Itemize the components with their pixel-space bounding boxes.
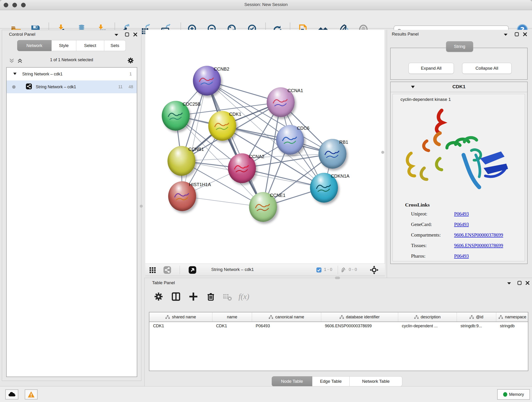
network-view-title: String Network – cdk1 bbox=[211, 267, 254, 272]
tab-style[interactable]: Style bbox=[51, 40, 76, 51]
control-panel-maximize-icon[interactable] bbox=[125, 32, 129, 38]
left-splitter-handle[interactable] bbox=[140, 205, 143, 208]
collection-expand-icon[interactable] bbox=[13, 72, 17, 77]
delete-column-icon[interactable] bbox=[206, 292, 216, 302]
table-cell[interactable]: 9606.ENSP00000378699 bbox=[321, 322, 398, 331]
collection-count: 1 bbox=[129, 72, 132, 77]
cdk1-detail-card: cyclin-dependent kinase 1 bbox=[393, 94, 525, 261]
crosslink-label: GeneCard: bbox=[411, 222, 432, 227]
network-edge[interactable] bbox=[182, 81, 207, 196]
view-string-icon[interactable] bbox=[163, 266, 171, 275]
table-options-gear-icon[interactable] bbox=[154, 292, 164, 302]
pan-crosshair-icon[interactable] bbox=[370, 266, 379, 275]
results-panel-float-icon[interactable] bbox=[503, 32, 508, 38]
collection-label: String Network – cdk1 bbox=[22, 72, 63, 77]
results-panel-close-icon[interactable] bbox=[523, 32, 527, 38]
view-grid-icon[interactable] bbox=[149, 266, 156, 274]
crosslink-label: Pharos: bbox=[411, 253, 425, 259]
table-panel-close-icon[interactable] bbox=[525, 281, 530, 286]
column-header-namespace[interactable]: namespace bbox=[496, 313, 528, 322]
protein-ribbon-art bbox=[173, 189, 191, 203]
tab-select[interactable]: Select bbox=[76, 40, 104, 51]
namespace-tree-icon bbox=[499, 315, 503, 319]
network-edge-count: 48 bbox=[128, 85, 133, 89]
control-panel-tabs: Network Style Select Sets bbox=[17, 40, 126, 51]
table-cell[interactable]: cyclin-dependent ... bbox=[398, 322, 457, 331]
namespace-tree-icon bbox=[340, 315, 344, 319]
tab-edge-table[interactable]: Edge Table bbox=[312, 376, 350, 386]
table-cell[interactable]: CDK1 bbox=[212, 322, 252, 331]
compartments-link[interactable]: 9606.ENSP00000378699 bbox=[454, 232, 503, 238]
show-columns-icon[interactable] bbox=[171, 292, 182, 302]
column-header-database-identifier[interactable]: database identifier bbox=[321, 313, 398, 322]
tissues-link[interactable]: 9606.ENSP00000378699 bbox=[454, 243, 503, 249]
tab-node-table[interactable]: Node Table bbox=[272, 376, 312, 386]
warnings-button[interactable] bbox=[25, 389, 38, 400]
column-header-shared-name[interactable]: shared name bbox=[149, 313, 212, 322]
column-header-canonical-name[interactable]: canonical name bbox=[252, 313, 321, 322]
protein-ribbon-art bbox=[323, 146, 342, 160]
column-header-description[interactable]: description bbox=[398, 313, 457, 322]
table-cell[interactable]: stringdb bbox=[496, 322, 528, 331]
table-tabs: Node Table Edge Table Network Table bbox=[272, 376, 402, 386]
warning-icon bbox=[27, 391, 35, 398]
table-panel-float-icon[interactable] bbox=[507, 281, 512, 286]
string-network-icon bbox=[26, 83, 32, 91]
protein-ribbon-art bbox=[213, 118, 232, 133]
network-edge[interactable] bbox=[207, 81, 263, 207]
control-panel-float-icon[interactable] bbox=[114, 33, 119, 38]
node-table: shared namenamecanonical namedatabase id… bbox=[149, 312, 528, 371]
table-panel: Table Panel f(x) shared namenamecano bbox=[144, 278, 532, 387]
selected-count-badge: 1 - 0 bbox=[324, 267, 332, 272]
namespace-tree-icon bbox=[269, 315, 273, 319]
pharos-link[interactable]: P06493 bbox=[454, 253, 469, 259]
namespace-tree-icon bbox=[165, 315, 170, 319]
protein-ribbon-art bbox=[233, 161, 251, 175]
results-tab-string[interactable]: String bbox=[446, 41, 473, 52]
collapse-all-button[interactable]: Collapse All bbox=[462, 63, 512, 74]
control-panel-close-icon[interactable] bbox=[133, 32, 138, 38]
cloud-status-button[interactable] bbox=[5, 389, 18, 400]
table-cell[interactable]: stringdb:9... bbox=[457, 322, 496, 331]
network-row-selected[interactable]: String Network – cdk1 11 48 bbox=[7, 80, 137, 93]
right-splitter-handle[interactable] bbox=[381, 151, 384, 154]
network-collection-row[interactable]: String Network – cdk1 1 bbox=[7, 68, 137, 80]
protein-ribbon-art bbox=[281, 132, 299, 147]
column-header--id[interactable]: @id bbox=[457, 313, 496, 322]
namespace-tree-icon bbox=[414, 315, 419, 319]
create-column-icon[interactable] bbox=[189, 292, 199, 302]
hidden-count-badge: 0 - 0 bbox=[349, 267, 357, 272]
uniprot-link[interactable]: P06493 bbox=[454, 211, 469, 217]
results-panel-maximize-icon[interactable] bbox=[515, 32, 519, 38]
table-cell[interactable]: CDK1 bbox=[149, 322, 212, 331]
selected-checkbox-icon bbox=[316, 267, 322, 274]
cdk1-section-title: CDK1 bbox=[391, 84, 527, 89]
memory-button[interactable]: Memory bbox=[497, 389, 530, 400]
crosslink-label: Uniprot: bbox=[411, 211, 427, 217]
bottom-splitter-handle[interactable] bbox=[335, 277, 340, 279]
column-header-name[interactable]: name bbox=[212, 313, 252, 322]
protein-ribbon-art bbox=[315, 180, 333, 194]
memory-status-dot bbox=[503, 392, 507, 397]
table-panel-maximize-icon[interactable] bbox=[517, 281, 522, 286]
tab-sets[interactable]: Sets bbox=[104, 40, 126, 51]
network-canvas[interactable]: CCNB2CCNA1CDC25BCDK1CDC6RB1CCNB1CCNA2CDK… bbox=[145, 30, 385, 264]
current-network-dot bbox=[12, 85, 16, 89]
genecard-link[interactable]: P06493 bbox=[454, 222, 469, 227]
network-options-gear-icon[interactable] bbox=[127, 57, 134, 65]
table-cell[interactable]: P06493 bbox=[252, 322, 321, 331]
expand-all-button[interactable]: Expand All bbox=[409, 63, 454, 74]
tab-network-table[interactable]: Network Table bbox=[350, 376, 402, 386]
status-bar: Memory bbox=[0, 386, 532, 402]
node-label: HIST1H1A bbox=[189, 182, 211, 187]
delete-table-icon bbox=[222, 292, 233, 302]
cdk1-section-header[interactable]: CDK1 bbox=[391, 82, 527, 92]
main-toolbar: ? bbox=[0, 10, 532, 28]
node-label: CDK1 bbox=[229, 112, 241, 117]
results-node-box: CDK1 cyclin-dependent kinase 1 bbox=[390, 82, 528, 264]
titlebar: Session: New Session bbox=[0, 0, 532, 10]
table-panel-title: Table Panel bbox=[152, 280, 175, 285]
tab-network[interactable]: Network bbox=[17, 40, 51, 51]
birds-eye-view-icon[interactable] bbox=[188, 266, 196, 275]
table-row[interactable]: CDK1CDK1P064939606.ENSP00000378699cyclin… bbox=[149, 322, 528, 331]
